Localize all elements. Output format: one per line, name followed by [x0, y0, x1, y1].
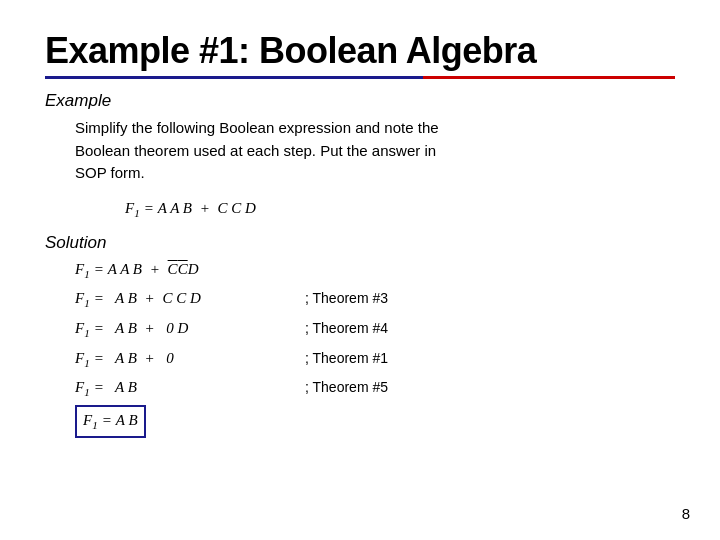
step-lhs-0: F1=A A B + CCD [75, 257, 295, 284]
step-annotation-2: ; Theorem #4 [305, 317, 388, 341]
step-annotation-3: ; Theorem #1 [305, 347, 388, 371]
initial-formula: F1=A A B + C C D [125, 199, 675, 219]
page-number: 8 [682, 505, 690, 522]
title-area: Example #1: Boolean Algebra [45, 30, 675, 79]
solution-label: Solution [45, 233, 675, 253]
step-lhs-2: F1= A B + 0 D [75, 316, 295, 343]
steps-container: F1=A A B + CCD F1= A B + C C D ; Theorem… [75, 257, 675, 438]
step-annotation-4: ; Theorem #5 [305, 376, 388, 400]
step-lhs-3: F1= A B + 0 [75, 346, 295, 373]
step-row-5: F1=A B [75, 405, 675, 438]
step-lhs-4: F1= A B [75, 375, 295, 402]
slide: Example #1: Boolean Algebra Example Simp… [0, 0, 720, 540]
title-underline [45, 76, 675, 79]
step-lhs-1: F1= A B + C C D [75, 286, 295, 313]
step-row-1: F1= A B + C C D ; Theorem #3 [75, 286, 675, 313]
example-label: Example [45, 91, 675, 111]
step-row-0: F1=A A B + CCD [75, 257, 675, 284]
page-title: Example #1: Boolean Algebra [45, 30, 675, 72]
desc-line1: Simplify the following Boolean expressio… [75, 119, 439, 136]
desc-line2: Boolean theorem used at each step. Put t… [75, 142, 436, 159]
step-row-4: F1= A B ; Theorem #5 [75, 375, 675, 402]
step-lhs-5: F1=A B [75, 405, 295, 438]
step-row-3: F1= A B + 0 ; Theorem #1 [75, 346, 675, 373]
initial-formula-text: F1=A A B + C C D [125, 200, 256, 219]
highlighted-result: F1=A B [75, 405, 146, 438]
description: Simplify the following Boolean expressio… [75, 117, 675, 185]
step-row-2: F1= A B + 0 D ; Theorem #4 [75, 316, 675, 343]
desc-line3: SOP form. [75, 164, 145, 181]
step-annotation-1: ; Theorem #3 [305, 287, 388, 311]
